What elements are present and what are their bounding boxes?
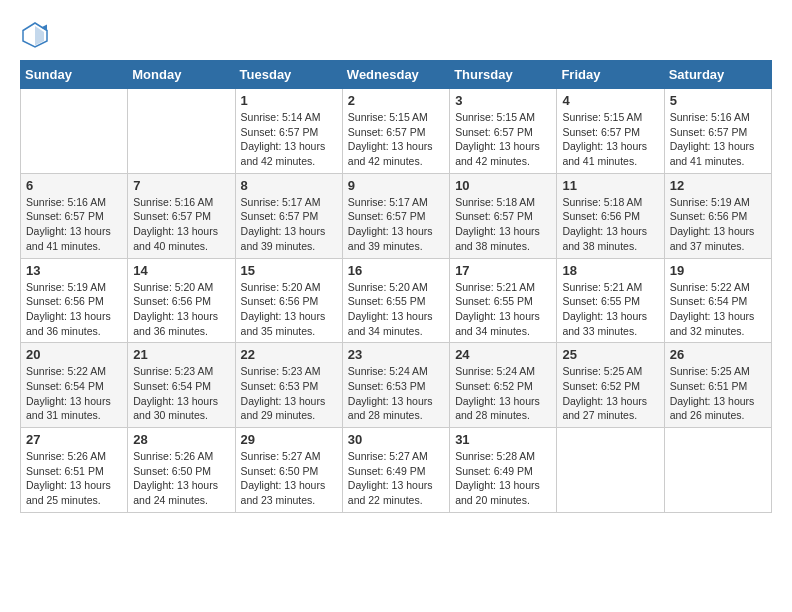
- calendar-body: 1Sunrise: 5:14 AM Sunset: 6:57 PM Daylig…: [21, 89, 772, 513]
- day-number: 20: [26, 347, 122, 362]
- week-row-5: 27Sunrise: 5:26 AM Sunset: 6:51 PM Dayli…: [21, 428, 772, 513]
- day-number: 10: [455, 178, 551, 193]
- day-detail: Sunrise: 5:24 AM Sunset: 6:52 PM Dayligh…: [455, 364, 551, 423]
- day-detail: Sunrise: 5:22 AM Sunset: 6:54 PM Dayligh…: [26, 364, 122, 423]
- day-cell: 13Sunrise: 5:19 AM Sunset: 6:56 PM Dayli…: [21, 258, 128, 343]
- day-number: 22: [241, 347, 337, 362]
- page-header: [20, 20, 772, 50]
- day-cell: 29Sunrise: 5:27 AM Sunset: 6:50 PM Dayli…: [235, 428, 342, 513]
- day-cell: 11Sunrise: 5:18 AM Sunset: 6:56 PM Dayli…: [557, 173, 664, 258]
- day-number: 11: [562, 178, 658, 193]
- day-cell: 19Sunrise: 5:22 AM Sunset: 6:54 PM Dayli…: [664, 258, 771, 343]
- day-detail: Sunrise: 5:20 AM Sunset: 6:56 PM Dayligh…: [133, 280, 229, 339]
- weekday-monday: Monday: [128, 61, 235, 89]
- day-detail: Sunrise: 5:15 AM Sunset: 6:57 PM Dayligh…: [455, 110, 551, 169]
- day-detail: Sunrise: 5:16 AM Sunset: 6:57 PM Dayligh…: [26, 195, 122, 254]
- day-cell: 14Sunrise: 5:20 AM Sunset: 6:56 PM Dayli…: [128, 258, 235, 343]
- weekday-header-row: SundayMondayTuesdayWednesdayThursdayFrid…: [21, 61, 772, 89]
- day-number: 21: [133, 347, 229, 362]
- day-number: 26: [670, 347, 766, 362]
- day-detail: Sunrise: 5:22 AM Sunset: 6:54 PM Dayligh…: [670, 280, 766, 339]
- day-cell: 24Sunrise: 5:24 AM Sunset: 6:52 PM Dayli…: [450, 343, 557, 428]
- day-detail: Sunrise: 5:24 AM Sunset: 6:53 PM Dayligh…: [348, 364, 444, 423]
- logo-icon: [20, 20, 50, 50]
- logo: [20, 20, 54, 50]
- week-row-4: 20Sunrise: 5:22 AM Sunset: 6:54 PM Dayli…: [21, 343, 772, 428]
- day-cell: 16Sunrise: 5:20 AM Sunset: 6:55 PM Dayli…: [342, 258, 449, 343]
- day-number: 30: [348, 432, 444, 447]
- day-number: 23: [348, 347, 444, 362]
- day-number: 17: [455, 263, 551, 278]
- day-detail: Sunrise: 5:28 AM Sunset: 6:49 PM Dayligh…: [455, 449, 551, 508]
- day-cell: 6Sunrise: 5:16 AM Sunset: 6:57 PM Daylig…: [21, 173, 128, 258]
- day-cell: 2Sunrise: 5:15 AM Sunset: 6:57 PM Daylig…: [342, 89, 449, 174]
- day-number: 16: [348, 263, 444, 278]
- day-number: 12: [670, 178, 766, 193]
- weekday-friday: Friday: [557, 61, 664, 89]
- day-number: 14: [133, 263, 229, 278]
- day-detail: Sunrise: 5:20 AM Sunset: 6:55 PM Dayligh…: [348, 280, 444, 339]
- day-detail: Sunrise: 5:26 AM Sunset: 6:50 PM Dayligh…: [133, 449, 229, 508]
- day-cell: 18Sunrise: 5:21 AM Sunset: 6:55 PM Dayli…: [557, 258, 664, 343]
- day-number: 19: [670, 263, 766, 278]
- day-cell: 5Sunrise: 5:16 AM Sunset: 6:57 PM Daylig…: [664, 89, 771, 174]
- day-detail: Sunrise: 5:17 AM Sunset: 6:57 PM Dayligh…: [348, 195, 444, 254]
- day-cell: 15Sunrise: 5:20 AM Sunset: 6:56 PM Dayli…: [235, 258, 342, 343]
- day-number: 2: [348, 93, 444, 108]
- day-number: 18: [562, 263, 658, 278]
- day-number: 27: [26, 432, 122, 447]
- day-number: 25: [562, 347, 658, 362]
- day-detail: Sunrise: 5:18 AM Sunset: 6:57 PM Dayligh…: [455, 195, 551, 254]
- weekday-tuesday: Tuesday: [235, 61, 342, 89]
- day-detail: Sunrise: 5:21 AM Sunset: 6:55 PM Dayligh…: [562, 280, 658, 339]
- day-detail: Sunrise: 5:15 AM Sunset: 6:57 PM Dayligh…: [562, 110, 658, 169]
- day-cell: [21, 89, 128, 174]
- day-cell: 27Sunrise: 5:26 AM Sunset: 6:51 PM Dayli…: [21, 428, 128, 513]
- day-number: 9: [348, 178, 444, 193]
- day-detail: Sunrise: 5:27 AM Sunset: 6:50 PM Dayligh…: [241, 449, 337, 508]
- day-detail: Sunrise: 5:27 AM Sunset: 6:49 PM Dayligh…: [348, 449, 444, 508]
- day-number: 28: [133, 432, 229, 447]
- day-cell: 7Sunrise: 5:16 AM Sunset: 6:57 PM Daylig…: [128, 173, 235, 258]
- day-detail: Sunrise: 5:16 AM Sunset: 6:57 PM Dayligh…: [133, 195, 229, 254]
- day-detail: Sunrise: 5:20 AM Sunset: 6:56 PM Dayligh…: [241, 280, 337, 339]
- day-detail: Sunrise: 5:17 AM Sunset: 6:57 PM Dayligh…: [241, 195, 337, 254]
- day-cell: 1Sunrise: 5:14 AM Sunset: 6:57 PM Daylig…: [235, 89, 342, 174]
- day-cell: 23Sunrise: 5:24 AM Sunset: 6:53 PM Dayli…: [342, 343, 449, 428]
- day-cell: [128, 89, 235, 174]
- day-number: 1: [241, 93, 337, 108]
- day-cell: 30Sunrise: 5:27 AM Sunset: 6:49 PM Dayli…: [342, 428, 449, 513]
- day-number: 6: [26, 178, 122, 193]
- day-cell: 26Sunrise: 5:25 AM Sunset: 6:51 PM Dayli…: [664, 343, 771, 428]
- day-number: 29: [241, 432, 337, 447]
- weekday-thursday: Thursday: [450, 61, 557, 89]
- day-detail: Sunrise: 5:25 AM Sunset: 6:51 PM Dayligh…: [670, 364, 766, 423]
- day-cell: 12Sunrise: 5:19 AM Sunset: 6:56 PM Dayli…: [664, 173, 771, 258]
- weekday-sunday: Sunday: [21, 61, 128, 89]
- day-cell: 10Sunrise: 5:18 AM Sunset: 6:57 PM Dayli…: [450, 173, 557, 258]
- day-number: 4: [562, 93, 658, 108]
- week-row-2: 6Sunrise: 5:16 AM Sunset: 6:57 PM Daylig…: [21, 173, 772, 258]
- day-detail: Sunrise: 5:23 AM Sunset: 6:53 PM Dayligh…: [241, 364, 337, 423]
- day-cell: 17Sunrise: 5:21 AM Sunset: 6:55 PM Dayli…: [450, 258, 557, 343]
- day-detail: Sunrise: 5:15 AM Sunset: 6:57 PM Dayligh…: [348, 110, 444, 169]
- day-cell: 20Sunrise: 5:22 AM Sunset: 6:54 PM Dayli…: [21, 343, 128, 428]
- day-number: 3: [455, 93, 551, 108]
- day-cell: 31Sunrise: 5:28 AM Sunset: 6:49 PM Dayli…: [450, 428, 557, 513]
- day-number: 8: [241, 178, 337, 193]
- day-number: 5: [670, 93, 766, 108]
- day-cell: 3Sunrise: 5:15 AM Sunset: 6:57 PM Daylig…: [450, 89, 557, 174]
- day-number: 13: [26, 263, 122, 278]
- day-detail: Sunrise: 5:14 AM Sunset: 6:57 PM Dayligh…: [241, 110, 337, 169]
- day-detail: Sunrise: 5:21 AM Sunset: 6:55 PM Dayligh…: [455, 280, 551, 339]
- day-detail: Sunrise: 5:25 AM Sunset: 6:52 PM Dayligh…: [562, 364, 658, 423]
- day-cell: [664, 428, 771, 513]
- day-cell: 25Sunrise: 5:25 AM Sunset: 6:52 PM Dayli…: [557, 343, 664, 428]
- day-number: 7: [133, 178, 229, 193]
- day-detail: Sunrise: 5:16 AM Sunset: 6:57 PM Dayligh…: [670, 110, 766, 169]
- day-cell: 9Sunrise: 5:17 AM Sunset: 6:57 PM Daylig…: [342, 173, 449, 258]
- weekday-saturday: Saturday: [664, 61, 771, 89]
- week-row-1: 1Sunrise: 5:14 AM Sunset: 6:57 PM Daylig…: [21, 89, 772, 174]
- day-number: 15: [241, 263, 337, 278]
- day-number: 24: [455, 347, 551, 362]
